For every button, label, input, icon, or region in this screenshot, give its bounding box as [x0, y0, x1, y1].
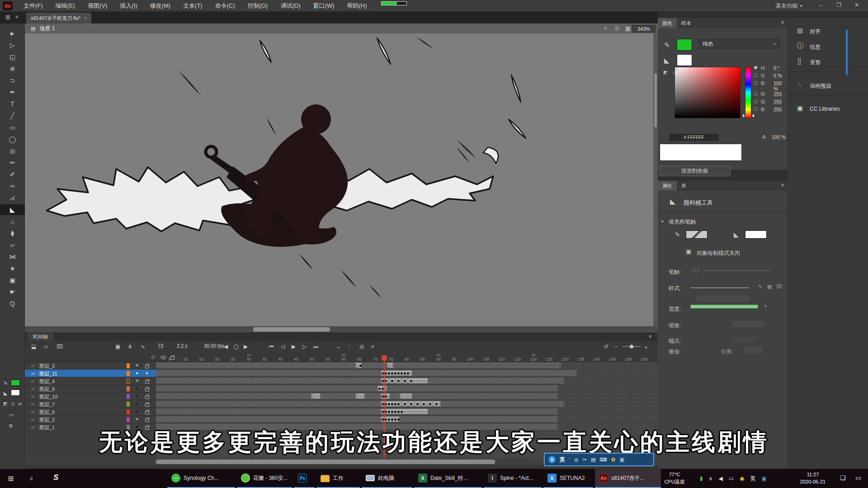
layer-lock-toggle[interactable] — [145, 365, 149, 368]
onion-skin-button[interactable]: ◌ — [348, 343, 351, 350]
keyframe-cluster[interactable] — [381, 401, 441, 407]
action-center-icon[interactable]: ▭ — [855, 474, 861, 481]
default-colors-icon[interactable]: ◩ — [3, 401, 7, 406]
layer-frames-row[interactable] — [156, 400, 658, 408]
fill-color-swatch[interactable] — [677, 54, 692, 66]
object-drawing-icon[interactable]: ▣ — [686, 249, 691, 254]
add-swatch-btn[interactable]: 添加到色板 — [659, 165, 731, 176]
dock-item-信息[interactable]: ⓘ信息 — [788, 40, 868, 53]
layer-row[interactable]: ▱图层_2✕ — [25, 416, 156, 423]
workspace-switcher[interactable]: 基本功能 ▾ — [776, 0, 802, 12]
show-hide-header-icon[interactable] — [160, 356, 166, 359]
text-tool[interactable]: T — [0, 99, 25, 109]
layer-visibility-toggle[interactable]: ✕ — [135, 417, 139, 422]
stroke-swatch[interactable] — [686, 230, 708, 239]
layer-lock-toggle[interactable] — [145, 396, 149, 399]
frame-rate-field[interactable]: 30.00 fps — [204, 343, 224, 348]
layer-name[interactable]: 图层_4 — [39, 378, 55, 385]
timeline-zoom-out-button[interactable]: − — [614, 343, 618, 350]
scale-dropdown[interactable] — [732, 321, 764, 327]
color-row-value[interactable]: 255 — [774, 107, 782, 112]
layer-name[interactable]: 图层_6 — [39, 409, 55, 416]
menu-10[interactable]: 窗口(W) — [307, 0, 341, 12]
ime-treasure-icon[interactable]: ✿ — [611, 456, 615, 463]
playhead-marker[interactable] — [382, 355, 387, 361]
color-row-value[interactable]: 255 — [774, 91, 782, 97]
layer-outline-color[interactable] — [127, 402, 130, 407]
bone-tool[interactable]: ⋌ — [0, 192, 25, 203]
layer-row[interactable]: ▱图层_10 — [25, 393, 156, 400]
reset-timeline-zoom-button[interactable]: ↺ — [604, 343, 608, 350]
layer-lock-toggle[interactable] — [145, 388, 149, 391]
color-row-radio[interactable] — [754, 66, 758, 70]
ime-tray-icon[interactable]: ▣ — [761, 475, 766, 482]
taskbar-app-Synology Ch...[interactable]: ⋯Synology Ch... — [167, 469, 235, 488]
keyframe-cluster[interactable] — [400, 393, 412, 399]
delete-layer-button[interactable]: ⌧ — [57, 343, 63, 350]
layer-visibility-toggle[interactable]: ✕ — [135, 363, 139, 368]
eyedropper-tool[interactable]: ⧫ — [0, 228, 25, 239]
color-row-radio[interactable] — [754, 107, 758, 111]
color-row-value[interactable]: 0 ° — [774, 65, 780, 70]
paint-brush-tool[interactable]: ✑ — [0, 181, 25, 192]
next-keyframe-button[interactable]: ▷ — [302, 343, 307, 350]
hand-tool[interactable]: ☛ — [0, 286, 25, 297]
current-frame-field[interactable]: 73 — [158, 343, 170, 348]
hue-marker-left[interactable] — [743, 114, 745, 117]
step-back-button[interactable]: ◀ — [224, 343, 228, 350]
keyframe-cluster[interactable] — [355, 362, 362, 368]
layer-row[interactable]: ▱图层_7 — [25, 400, 156, 408]
tool-options-icon-1[interactable]: ▭ — [9, 412, 14, 418]
ime-tool-icon-2[interactable]: ◎ — [574, 457, 579, 463]
primitive-oval-tool[interactable]: ◎ — [0, 145, 25, 156]
tab-swatches[interactable]: 样本 — [677, 18, 696, 28]
selection-tool[interactable]: ► — [0, 28, 25, 39]
ime-tool-icon-5[interactable]: ⌨ — [599, 457, 607, 463]
layer-name[interactable]: 图层_11 — [39, 371, 57, 377]
asset-warp-tool[interactable]: ★ — [0, 263, 25, 274]
width-profile-dropdown[interactable] — [690, 305, 758, 309]
rectangle-tool[interactable]: ▭ — [0, 122, 25, 133]
timeline-zoom-in-button[interactable]: ＋ — [643, 343, 649, 351]
ime-toolbar[interactable]: S英'◎✂▤⌨✿▣ — [544, 453, 654, 466]
layer-row[interactable]: ▱图层_11 — [25, 370, 156, 377]
outline-color-header-icon[interactable] — [151, 356, 155, 359]
360-tray-icon[interactable]: ◉ — [740, 475, 744, 482]
tab-properties[interactable]: 属性 — [658, 181, 677, 191]
color-panel-menu-icon[interactable]: ≡ — [781, 20, 784, 25]
timeline-tab[interactable]: 时间轴 — [28, 333, 53, 341]
scene-label[interactable]: 场景 1 — [39, 25, 55, 33]
free-transform-tool[interactable]: ◱ — [0, 52, 25, 62]
ime-language-toggle[interactable]: 英 — [560, 456, 565, 464]
color-row-radio[interactable] — [754, 99, 758, 103]
line-tool[interactable]: ╱ — [0, 110, 25, 121]
tab-color[interactable]: 颜色 — [658, 18, 677, 28]
layer-row[interactable]: ▱图层_8 — [25, 385, 156, 393]
stage-vscrollbar[interactable] — [653, 33, 658, 326]
width-profile-caret[interactable]: ▾ — [764, 304, 767, 308]
layer-lock-toggle[interactable] — [145, 380, 149, 384]
stroke-pencil-icon[interactable]: ✎ — [664, 42, 670, 48]
onion-skin-outline-button[interactable]: ◎ — [359, 343, 364, 350]
cpu-temp-widget[interactable]: 77°C CPU温度 — [655, 471, 694, 485]
stroke-color-swatch[interactable] — [677, 39, 692, 51]
color-row-value[interactable]: 0 % — [774, 73, 782, 78]
menu-6[interactable]: 文本(T) — [177, 0, 209, 12]
taskbar-app-Date_Skill_特...[interactable]: XDate_Skill_特... — [414, 469, 482, 488]
layer-outline-color[interactable] — [127, 379, 130, 384]
pinned-app-icon[interactable]: S — [53, 473, 58, 482]
cap-options[interactable] — [732, 336, 755, 343]
step-forward-button[interactable]: ▶ — [244, 343, 248, 350]
taskbar-app-s81407赤子...[interactable]: Ans81407赤子... — [595, 469, 661, 488]
layer-visibility-toggle[interactable]: ✕ — [135, 378, 139, 383]
color-row-value[interactable]: 255 — [774, 99, 782, 104]
brush-tool[interactable]: ✐ — [0, 169, 25, 180]
go-to-first-frame-button[interactable]: ⏮ — [269, 343, 274, 350]
prev-keyframe-button[interactable]: ◁ — [281, 343, 285, 350]
play-button[interactable]: ▶ — [292, 343, 296, 350]
taskbar-app-工作[interactable]: 工作 — [316, 469, 360, 488]
layer-outline-color[interactable] — [127, 394, 130, 399]
subselection-tool[interactable]: ▷ — [0, 40, 25, 51]
taskbar-app-此电脑[interactable]: 此电脑 — [362, 469, 412, 488]
alpha-value[interactable]: 100 % — [772, 134, 786, 140]
